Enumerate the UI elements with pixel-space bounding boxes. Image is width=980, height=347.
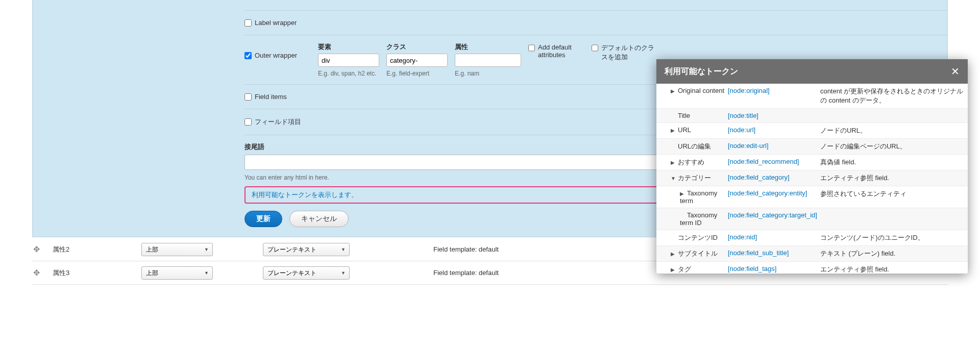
token-code[interactable]: [node:field_tags] bbox=[728, 265, 776, 272]
tree-toggle-icon[interactable]: ▶ bbox=[671, 160, 676, 165]
token-row[interactable]: ▼カテゴリー[node:field_category]エンティティ参照 fiel… bbox=[656, 170, 968, 186]
token-name: Original content bbox=[678, 87, 724, 94]
element-label: 要素 bbox=[318, 42, 379, 52]
token-description: エンティティ参照 field. bbox=[820, 262, 968, 274]
field-item-label: フィールド項目 bbox=[255, 117, 301, 127]
add-default-classes-checkbox[interactable] bbox=[592, 44, 598, 52]
dialog-title: 利用可能なトークン bbox=[665, 66, 738, 77]
tree-toggle-icon[interactable]: ▼ bbox=[671, 176, 676, 181]
add-default-classes-label: デフォルトのクラスを追加 bbox=[601, 43, 658, 62]
token-name: おすすめ bbox=[678, 158, 704, 166]
token-description: 真偽値 field. bbox=[820, 155, 968, 170]
tree-toggle-icon[interactable]: ▶ bbox=[671, 267, 676, 272]
tokens-dialog: 利用可能なトークン ✕ ▶Original content[node:origi… bbox=[656, 59, 968, 274]
field-template-label: Field template: default bbox=[433, 269, 499, 277]
class-input[interactable] bbox=[386, 54, 448, 67]
token-description: テキスト (プレーン) field. bbox=[820, 246, 968, 262]
token-name: URL bbox=[678, 126, 691, 134]
element-input[interactable] bbox=[318, 54, 379, 67]
drag-handle-icon[interactable]: ✥ bbox=[32, 268, 40, 278]
token-code[interactable]: [node:title] bbox=[728, 112, 758, 119]
attr-hint: E.g. nam bbox=[455, 70, 521, 77]
token-code[interactable]: [node:url] bbox=[728, 126, 755, 134]
token-code[interactable]: [node:field_category] bbox=[728, 174, 790, 181]
token-name: カテゴリー bbox=[678, 174, 711, 182]
token-description: ノードのURL。 bbox=[820, 123, 968, 139]
attr-label: 属性 bbox=[455, 42, 521, 52]
token-description bbox=[820, 208, 968, 230]
cancel-button[interactable]: キャンセル bbox=[289, 211, 349, 227]
tree-toggle-icon[interactable]: ▶ bbox=[671, 251, 676, 257]
token-row[interactable]: Taxonomy term ID[node:field_category:tar… bbox=[656, 208, 968, 230]
dialog-header[interactable]: 利用可能なトークン ✕ bbox=[656, 59, 968, 84]
token-name: コンテンツID bbox=[678, 234, 718, 241]
token-name: Taxonomy term ID bbox=[680, 211, 717, 227]
token-description: コンテンツ(ノード)のユニークID。 bbox=[820, 230, 968, 246]
token-code[interactable]: [node:field_category:entity] bbox=[728, 189, 807, 197]
outer-wrapper-checkbox[interactable] bbox=[244, 52, 252, 59]
tree-toggle-icon[interactable]: ▶ bbox=[671, 128, 676, 133]
token-row[interactable]: コンテンツID[node:nid]コンテンツ(ノード)のユニークID。 bbox=[656, 230, 968, 246]
token-row[interactable]: ▶Taxonomy term[node:field_category:entit… bbox=[656, 186, 968, 208]
add-default-attrs-label: Add default attributes bbox=[538, 43, 584, 59]
drag-handle-icon[interactable]: ✥ bbox=[32, 244, 40, 254]
token-row[interactable]: URLの編集[node:edit-url]ノードの編集ページのURL。 bbox=[656, 139, 968, 155]
token-name: サブタイトル bbox=[678, 250, 718, 257]
label-wrapper-label: Label wrapper bbox=[255, 19, 297, 27]
token-row[interactable]: ▶Original content[node:original]content … bbox=[656, 84, 968, 109]
tree-toggle-icon[interactable]: ▶ bbox=[671, 88, 676, 94]
field-items-checkbox[interactable] bbox=[244, 93, 252, 101]
attr-input[interactable] bbox=[455, 54, 521, 67]
class-label: クラス bbox=[386, 42, 448, 52]
position-select[interactable]: 上部 bbox=[141, 243, 213, 256]
token-name: URLの編集 bbox=[678, 142, 711, 150]
formatter-select[interactable]: プレーンテキスト bbox=[263, 266, 350, 280]
update-button[interactable]: 更新 bbox=[244, 211, 282, 227]
outer-wrapper-label: Outer wrapper bbox=[255, 52, 297, 59]
token-row[interactable]: ▶タグ[node:field_tags]エンティティ参照 field. bbox=[656, 262, 968, 274]
token-code[interactable]: [node:edit-url] bbox=[728, 142, 769, 150]
token-row[interactable]: Title[node:title] bbox=[656, 109, 968, 123]
add-default-attrs-checkbox[interactable] bbox=[528, 44, 535, 52]
token-name: Taxonomy term bbox=[680, 189, 717, 205]
label-wrapper-checkbox[interactable] bbox=[244, 19, 252, 27]
token-description bbox=[820, 109, 968, 123]
token-description: 参照されているエンティティ bbox=[820, 186, 968, 208]
field-name: 属性3 bbox=[53, 268, 129, 278]
field-template-label: Field template: default bbox=[433, 245, 499, 253]
token-description: content が更新や保存をされるときのオリジナルの content のデータ… bbox=[820, 84, 968, 109]
field-item-checkbox[interactable] bbox=[244, 118, 252, 126]
formatter-select[interactable]: プレーンテキスト bbox=[263, 243, 350, 256]
dialog-body[interactable]: ▶Original content[node:original]content … bbox=[656, 84, 968, 274]
class-hint: E.g. field-expert bbox=[386, 70, 448, 77]
token-code[interactable]: [node:nid] bbox=[728, 233, 757, 241]
tokens-table: ▶Original content[node:original]content … bbox=[656, 84, 968, 274]
token-row[interactable]: ▶おすすめ[node:field_recommend]真偽値 field. bbox=[656, 155, 968, 170]
token-description: エンティティ参照 field. bbox=[820, 170, 968, 186]
token-code[interactable]: [node:field_recommend] bbox=[728, 158, 799, 165]
token-code[interactable]: [node:field_sub_title] bbox=[728, 249, 789, 257]
token-row[interactable]: ▶サブタイトル[node:field_sub_title]テキスト (プレーン)… bbox=[656, 246, 968, 262]
field-name: 属性2 bbox=[53, 245, 129, 254]
tree-toggle-icon[interactable]: ▶ bbox=[680, 191, 685, 196]
element-hint: E.g. div, span, h2 etc. bbox=[318, 70, 379, 77]
field-items-label: Field items bbox=[255, 93, 287, 101]
token-code[interactable]: [node:field_category:target_id] bbox=[728, 211, 817, 219]
close-icon[interactable]: ✕ bbox=[951, 65, 960, 78]
token-code[interactable]: [node:original] bbox=[728, 87, 770, 94]
token-description: ノードの編集ページのURL。 bbox=[820, 139, 968, 155]
token-row[interactable]: ▶URL[node:url]ノードのURL。 bbox=[656, 123, 968, 139]
token-name: Title bbox=[678, 112, 690, 119]
position-select[interactable]: 上部 bbox=[141, 266, 213, 280]
token-name: タグ bbox=[678, 265, 691, 273]
